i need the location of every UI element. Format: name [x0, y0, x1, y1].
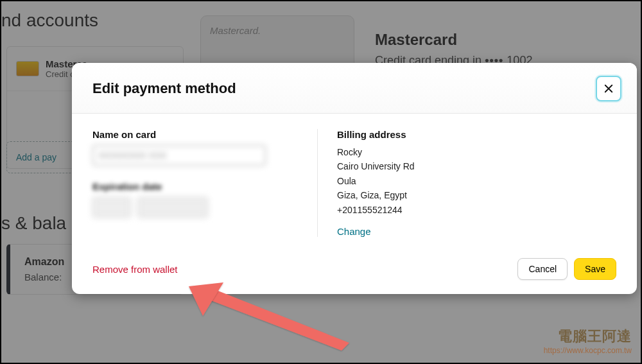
billing-address-block: Rocky Cairo University Rd Oula Giza, Giz… [337, 145, 616, 217]
billing-area: Oula [337, 174, 616, 188]
watermark: 電腦王阿達 https://www.kocpc.com.tw [544, 327, 632, 355]
watermark-url: https://www.kocpc.com.tw [544, 346, 632, 355]
close-icon [603, 83, 614, 94]
remove-from-wallet-link[interactable]: Remove from wallet [92, 264, 178, 275]
cancel-button[interactable]: Cancel [517, 258, 568, 280]
modal-left-column: Name on card Expiration date [92, 129, 311, 237]
billing-phone: +201155521244 [337, 203, 616, 217]
name-on-card-label: Name on card [92, 129, 311, 140]
billing-city-region-country: Giza, Giza, Egypt [337, 188, 616, 202]
billing-address-heading: Billing address [337, 129, 616, 140]
billing-street: Cairo University Rd [337, 159, 616, 173]
modal-title: Edit payment method [92, 80, 236, 97]
modal-header: Edit payment method [72, 63, 637, 114]
name-on-card-input[interactable] [92, 145, 266, 166]
modal-close-button[interactable] [596, 76, 621, 101]
edit-payment-modal: Edit payment method Name on card Expirat… [72, 63, 637, 294]
watermark-text: 電腦王阿達 [544, 327, 632, 346]
save-button[interactable]: Save [574, 258, 616, 280]
expiration-month-select[interactable] [92, 197, 131, 218]
change-billing-link[interactable]: Change [337, 226, 371, 237]
expiration-date-label: Expiration date [92, 181, 311, 192]
expiration-year-select[interactable] [137, 197, 208, 218]
modal-right-column: Billing address Rocky Cairo University R… [317, 129, 616, 237]
billing-name: Rocky [337, 145, 616, 159]
